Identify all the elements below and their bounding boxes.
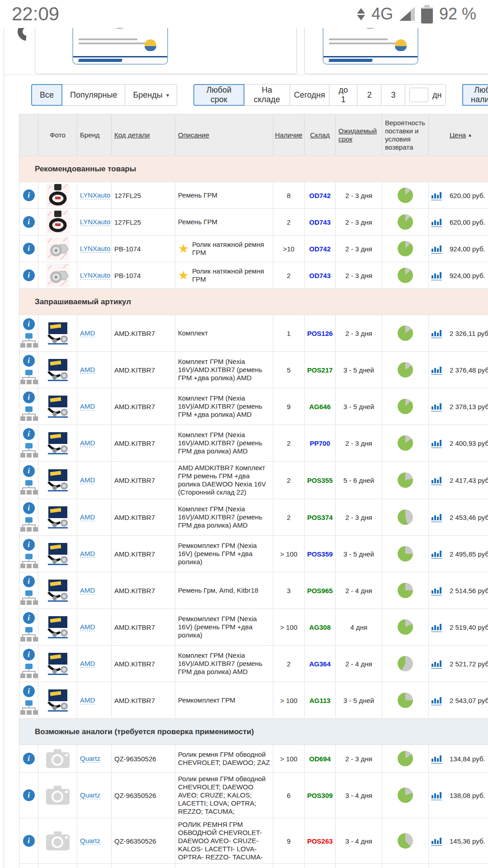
filter-popular[interactable]: Популярные — [62, 84, 125, 106]
info-icon[interactable]: i — [23, 318, 35, 330]
info-icon[interactable]: i — [23, 753, 35, 764]
price-stats-icon[interactable] — [431, 365, 442, 375]
brand-link[interactable]: Quartz — [80, 791, 100, 799]
applicability-tree-icon[interactable] — [20, 480, 38, 495]
warehouse-code-link[interactable]: AG646 — [309, 403, 331, 410]
product-photo[interactable] — [38, 352, 77, 388]
camera-placeholder-icon[interactable] — [38, 864, 77, 868]
price-stats-icon[interactable] — [431, 244, 442, 254]
brand-link[interactable]: LYNXauto — [80, 245, 110, 253]
days-input[interactable] — [409, 88, 428, 102]
brand-link[interactable]: AMD — [80, 513, 95, 521]
brand-link[interactable]: AMD — [80, 439, 95, 447]
info-icon[interactable]: i — [23, 243, 35, 255]
warehouse-code-link[interactable]: OD742 — [309, 245, 331, 253]
warehouse-code-link[interactable]: OD742 — [309, 192, 331, 199]
product-photo[interactable] — [38, 236, 77, 262]
applicability-tree-icon[interactable] — [20, 333, 38, 348]
info-icon[interactable]: i — [23, 355, 35, 367]
sort-by-warehouse[interactable]: Склад — [310, 131, 329, 139]
warehouse-code-link[interactable]: POS126 — [307, 330, 333, 337]
brand-link[interactable]: AMD — [80, 623, 95, 631]
product-photo[interactable] — [38, 609, 77, 646]
price-stats-icon[interactable] — [431, 271, 442, 280]
filter-in-stock[interactable]: На складе — [244, 84, 290, 106]
brand-link[interactable]: AMD — [80, 696, 95, 704]
info-icon[interactable]: i — [23, 502, 35, 514]
product-card[interactable] — [35, 28, 297, 74]
brand-link[interactable]: LYNXauto — [80, 218, 110, 226]
sort-by-code[interactable]: Код детали — [114, 131, 150, 139]
applicability-tree-icon[interactable] — [20, 554, 38, 569]
applicability-tree-icon[interactable] — [20, 370, 38, 385]
warehouse-code-link[interactable]: POS965 — [307, 587, 333, 594]
product-photo[interactable] — [38, 646, 77, 682]
brand-link[interactable]: AMD — [80, 586, 95, 594]
brand-link[interactable]: LYNXauto — [80, 191, 110, 199]
info-icon[interactable]: i — [23, 189, 35, 201]
filter-all[interactable]: Все — [31, 84, 62, 106]
price-stats-icon[interactable] — [431, 191, 442, 200]
filter-today[interactable]: Сегодня — [290, 84, 330, 106]
filter-upto-1-day[interactable]: до 1 — [329, 84, 357, 106]
price-stats-icon[interactable] — [431, 836, 442, 846]
warehouse-code-link[interactable]: AG364 — [309, 660, 331, 668]
warehouse-code-link[interactable]: OD743 — [309, 218, 331, 226]
applicability-tree-icon[interactable] — [20, 406, 38, 421]
warehouse-code-link[interactable]: AG308 — [309, 623, 331, 631]
camera-placeholder-icon[interactable] — [38, 773, 77, 818]
camera-placeholder-icon[interactable] — [38, 818, 77, 864]
applicability-tree-icon[interactable] — [20, 443, 38, 458]
product-photo[interactable] — [38, 182, 77, 209]
price-stats-icon[interactable] — [431, 329, 442, 338]
warehouse-code-link[interactable]: AG113 — [310, 697, 331, 704]
filter-3-days[interactable]: 3 — [381, 84, 405, 106]
applicability-tree-icon[interactable] — [20, 700, 38, 715]
sort-by-description[interactable]: Описание — [178, 131, 209, 139]
brand-link[interactable]: AMD — [80, 366, 95, 374]
warehouse-code-link[interactable]: POS374 — [307, 514, 333, 521]
price-stats-icon[interactable] — [431, 791, 442, 800]
warehouse-code-link[interactable]: OD743 — [309, 272, 331, 279]
product-photo[interactable] — [38, 462, 77, 499]
product-photo[interactable] — [38, 388, 77, 425]
brand-link[interactable]: AMD — [80, 402, 95, 410]
warehouse-code-link[interactable]: OD694 — [309, 755, 331, 763]
product-card[interactable] — [304, 28, 488, 74]
price-stats-icon[interactable] — [431, 549, 442, 559]
filter-any-term[interactable]: Любой срок — [193, 84, 244, 106]
info-icon[interactable]: i — [23, 576, 35, 587]
price-stats-icon[interactable] — [431, 754, 442, 764]
camera-placeholder-icon[interactable] — [38, 745, 77, 773]
brand-link[interactable]: Quartz — [80, 755, 100, 763]
product-photo[interactable] — [38, 682, 77, 719]
info-icon[interactable]: i — [23, 216, 35, 228]
sort-by-availability[interactable]: Наличие — [275, 131, 303, 139]
price-stats-icon[interactable] — [431, 659, 442, 669]
info-icon[interactable]: i — [23, 269, 35, 281]
warehouse-code-link[interactable]: PP700 — [310, 439, 330, 447]
price-stats-icon[interactable] — [431, 696, 442, 705]
applicability-tree-icon[interactable] — [20, 627, 38, 642]
brand-link[interactable]: AMD — [80, 660, 95, 668]
info-icon[interactable]: i — [23, 465, 35, 477]
sort-by-eta[interactable]: Ожидаемый срок — [338, 127, 379, 143]
info-icon[interactable]: i — [23, 835, 35, 847]
info-icon[interactable]: i — [23, 685, 35, 697]
product-photo[interactable] — [38, 536, 77, 572]
brand-link[interactable]: AMD — [80, 550, 95, 558]
price-stats-icon[interactable] — [431, 476, 442, 485]
filter-any-availability[interactable]: Любое наличие — [462, 84, 488, 106]
brand-link[interactable]: AMD — [80, 476, 95, 484]
info-icon[interactable]: i — [23, 612, 35, 624]
warehouse-code-link[interactable]: POS359 — [307, 550, 333, 558]
info-icon[interactable]: i — [23, 428, 35, 440]
filter-2-days[interactable]: 2 — [357, 84, 381, 106]
info-icon[interactable]: i — [23, 539, 35, 551]
warehouse-code-link[interactable]: POS263 — [307, 837, 333, 845]
product-photo[interactable] — [38, 262, 77, 289]
product-photo[interactable] — [38, 499, 77, 536]
price-stats-icon[interactable] — [431, 439, 442, 448]
info-icon[interactable]: i — [23, 649, 35, 660]
applicability-tree-icon[interactable] — [20, 664, 38, 679]
